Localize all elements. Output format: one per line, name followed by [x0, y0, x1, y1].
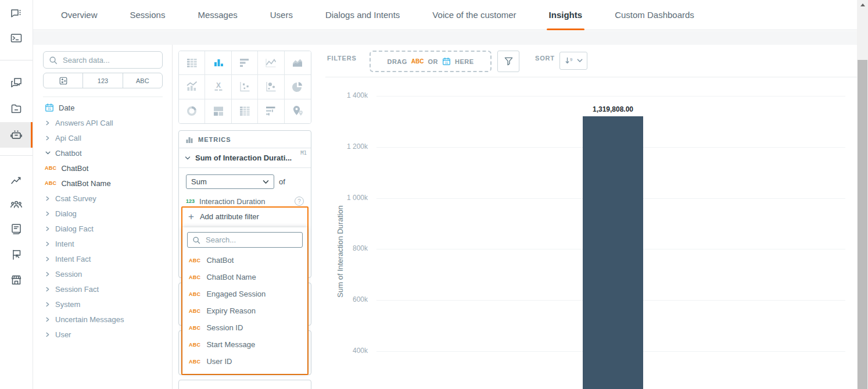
tab-dialogs-and-intents[interactable]: Dialogs and Intents — [309, 0, 416, 30]
tree-item-dialog-fact[interactable]: Dialog Fact — [33, 221, 172, 236]
text-filter[interactable]: ABC — [123, 73, 162, 88]
chart-type-scatter[interactable] — [232, 75, 258, 99]
chart-type-bullet[interactable] — [258, 99, 284, 123]
add-attribute-filter-button[interactable]: + Add attribute filter — [182, 208, 307, 226]
chevron-right-icon — [45, 302, 51, 307]
terminal-icon[interactable] — [0, 26, 33, 51]
attribute-badge: ABC — [189, 274, 200, 280]
tree-item-system[interactable]: System — [33, 297, 172, 312]
tree-item-chatbot-attribute[interactable]: ABCChatBot — [33, 160, 172, 176]
rail-divider — [0, 155, 33, 156]
attribute-option-chatbot-name[interactable]: ABCChatBot Name — [182, 269, 307, 285]
tab-voice-of-the-customer[interactable]: Voice of the customer — [416, 0, 532, 30]
chevron-right-icon — [45, 120, 51, 126]
sort-dropdown[interactable]: 9 — [559, 52, 587, 70]
scrollbar-thumb[interactable] — [858, 60, 867, 389]
tab-users[interactable]: Users — [254, 0, 309, 30]
tab-insights-active[interactable]: Insights — [533, 0, 599, 30]
conversations-icon[interactable] — [0, 70, 33, 96]
bar-sum-of-interaction-duration[interactable] — [583, 116, 643, 389]
y-tick-label: 1 000k — [325, 194, 368, 202]
knowledge-icon[interactable] — [0, 216, 33, 242]
audience-icon[interactable] — [0, 192, 33, 217]
y-tick-label: 800k — [325, 244, 368, 252]
tree-item-intent-fact[interactable]: Intent Fact — [33, 251, 172, 266]
filter-dropzone[interactable]: DRAG ABC OR 31 HERE — [370, 51, 492, 72]
attribute-badge: ABC — [45, 165, 56, 171]
attribute-option-chatbot[interactable]: ABCChatBot — [182, 252, 307, 269]
numeric-filter[interactable]: 123 — [83, 73, 123, 88]
chevron-right-icon — [45, 332, 51, 337]
chart-type-area[interactable] — [285, 51, 311, 75]
attribute-badge: ABC — [45, 180, 56, 186]
attribute-option-start-message[interactable]: ABCStart Message — [182, 336, 307, 353]
chart-type-pivot-table[interactable] — [232, 99, 258, 123]
help-icon[interactable]: ? — [295, 197, 304, 206]
chart-type-column-selected[interactable] — [205, 51, 231, 75]
tab-messages[interactable]: Messages — [181, 0, 253, 30]
metric-bucket-item[interactable]: Sum of Interaction Durati... M1 — [179, 148, 311, 168]
y-tick-label: 600k — [325, 295, 368, 304]
top-nav: Overview Sessions Messages Users Dialogs… — [33, 0, 857, 30]
tree-item-session[interactable]: Session — [33, 266, 172, 281]
search-icon — [49, 56, 58, 65]
tree-item-user[interactable]: User — [33, 327, 172, 342]
chevron-right-icon — [45, 241, 51, 247]
attribute-badge: ABC — [189, 258, 200, 263]
tab-overview[interactable]: Overview — [45, 0, 114, 30]
chevron-down-icon — [45, 151, 51, 155]
attribute-option-engaged-session[interactable]: ABCEngaged Session — [182, 285, 307, 302]
filter-funnel-button[interactable] — [497, 51, 519, 72]
chevron-right-icon — [45, 256, 51, 262]
tab-sessions[interactable]: Sessions — [114, 0, 182, 30]
chart-type-combo[interactable] — [179, 75, 205, 99]
calendar-icon: 31 — [45, 103, 54, 112]
marketplace-icon[interactable] — [0, 267, 33, 293]
tree-item-dialog[interactable]: Dialog — [33, 206, 172, 221]
chevron-right-icon — [45, 211, 51, 216]
metrics-header[interactable]: METRICS — [179, 131, 311, 148]
folders-icon[interactable] — [0, 97, 33, 122]
attribute-badge: ABC — [411, 58, 424, 65]
attribute-search-input[interactable] — [205, 235, 297, 245]
aggregation-select[interactable]: Sum — [186, 174, 274, 189]
bar-chart-icon — [186, 136, 193, 143]
tree-item-intent[interactable]: Intent — [33, 236, 172, 251]
analytics-icon[interactable] — [0, 167, 33, 193]
attribute-option-user-id[interactable]: ABCUser ID — [182, 353, 307, 370]
all-types-filter[interactable] — [44, 73, 83, 88]
tree-item-uncertain-messages[interactable]: Uncertain Messages — [33, 312, 172, 327]
plus-icon: + — [188, 212, 194, 222]
chevron-right-icon — [45, 196, 51, 201]
chart-type-donut[interactable] — [179, 99, 205, 123]
chart-type-bubble[interactable] — [258, 75, 284, 99]
chart-type-headline[interactable]: X — [205, 75, 231, 99]
chart-type-treemap[interactable] — [205, 99, 231, 123]
tree-item-chatbot-name-attribute[interactable]: ABCChatBot Name — [33, 176, 172, 191]
campaign-flag-icon[interactable] — [0, 242, 33, 267]
tree-item-csat-survey[interactable]: Csat Survey — [33, 191, 172, 206]
svg-text:9: 9 — [569, 57, 572, 62]
attribute-option-session-id[interactable]: ABCSession ID — [182, 319, 307, 336]
data-search-input[interactable] — [62, 55, 157, 65]
scroll-up-button[interactable] — [857, 0, 868, 10]
chart-type-table[interactable] — [179, 51, 205, 75]
messaging-icon[interactable] — [0, 1, 33, 27]
chart-type-line[interactable] — [258, 51, 284, 75]
tree-item-chatbot-expanded[interactable]: Chatbot — [33, 145, 172, 160]
gridline — [376, 96, 845, 97]
chevron-down-icon — [263, 180, 269, 184]
tree-item-date[interactable]: 31 Date — [33, 100, 172, 115]
tree-item-answers-api-call[interactable]: Answers API Call — [33, 115, 172, 130]
tab-custom-dashboards[interactable]: Custom Dashboards — [598, 0, 711, 30]
attribute-option-expiry-reason[interactable]: ABCExpiry Reason — [182, 302, 307, 319]
chart-type-bar[interactable] — [232, 51, 258, 75]
chart-type-pie[interactable] — [285, 75, 311, 99]
tree-item-session-fact[interactable]: Session Fact — [33, 281, 172, 297]
chevron-down-icon — [577, 59, 583, 63]
y-tick-label: 1 200k — [325, 142, 368, 151]
tree-item-api-call[interactable]: Api Call — [33, 130, 172, 145]
bot-icon-active[interactable] — [0, 122, 33, 148]
chart-type-geo[interactable] — [285, 99, 311, 123]
chevron-right-icon — [45, 226, 51, 231]
